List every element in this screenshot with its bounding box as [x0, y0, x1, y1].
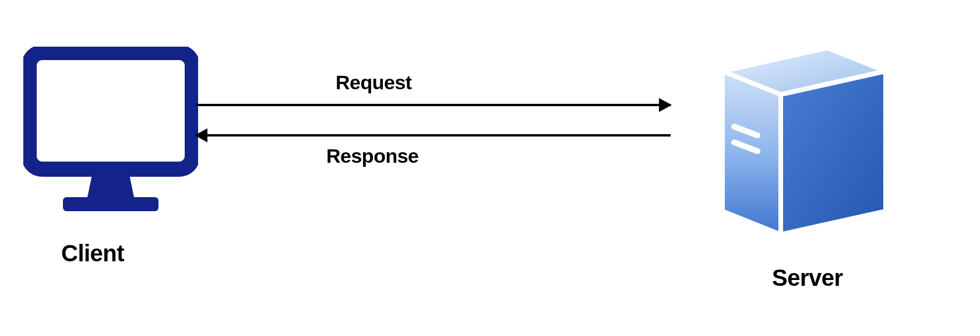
svg-marker-3: [781, 71, 886, 235]
response-label: Response: [326, 145, 419, 167]
request-arrow: [196, 104, 671, 106]
server-tower-icon: [676, 36, 897, 258]
svg-marker-4: [722, 71, 781, 235]
arrowhead-left-icon: [195, 128, 207, 142]
svg-rect-0: [29, 52, 192, 169]
server-icon: [676, 36, 897, 258]
request-label: Request: [336, 71, 412, 94]
response-arrow: [196, 134, 671, 136]
client-label: Client: [61, 240, 124, 267]
server-label: Server: [772, 265, 843, 291]
client-icon: [23, 47, 198, 222]
monitor-icon: [23, 47, 198, 222]
diagram-stage: Request Response Client Server: [0, 0, 980, 336]
arrowhead-right-icon: [659, 98, 672, 112]
svg-rect-1: [63, 197, 158, 211]
